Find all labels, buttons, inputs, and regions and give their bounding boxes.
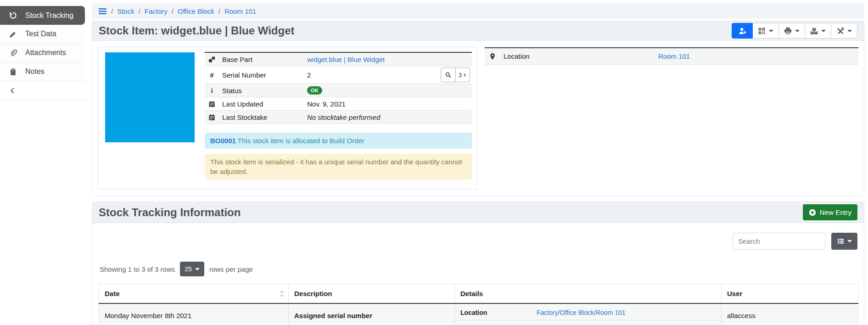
breadcrumb-link-factory[interactable]: Factory bbox=[145, 7, 168, 15]
hash-icon: # bbox=[208, 71, 215, 79]
sidebar-item-stock-tracking[interactable]: Stock Tracking bbox=[0, 6, 85, 25]
main-content: Stock Factory Office Block Room 101 Stoc… bbox=[92, 0, 864, 325]
detail-row-last-updated: Last Updated Nov. 9, 2021 bbox=[205, 97, 472, 111]
column-header-label: Details bbox=[460, 290, 483, 297]
table-row[interactable]: Monday November 8th 2021 Assigned serial… bbox=[99, 303, 858, 325]
stock-actions-button[interactable] bbox=[805, 23, 831, 39]
stock-tracking-title: Stock Tracking Information bbox=[99, 206, 241, 219]
status-badge: OK bbox=[307, 86, 322, 95]
column-header-label: User bbox=[727, 290, 742, 297]
breadcrumb-link-room-101[interactable]: Room 101 bbox=[224, 7, 256, 15]
stock-item-panel: Stock Item: widget.blue | Blue Widget bbox=[92, 21, 864, 196]
calendar-icon bbox=[208, 101, 215, 107]
detail-label: Last Stocktake bbox=[222, 113, 307, 121]
detail-row-last-stocktake: Last Stocktake No stocktake performed bbox=[205, 111, 472, 124]
sidebar: Stock Tracking Test Data Attachments Not… bbox=[0, 6, 85, 100]
search-icon bbox=[445, 72, 451, 78]
column-header-date[interactable]: Date bbox=[99, 284, 289, 304]
calendar-icon bbox=[208, 114, 215, 121]
new-entry-label: New Entry bbox=[820, 208, 851, 216]
stock-tracking-panel-body: Showing 1 to 3 of 3 rows 25 rows per pag… bbox=[92, 223, 864, 325]
next-serial-button[interactable]: 3 bbox=[456, 67, 470, 82]
stock-item-detail-card: Base Part widget.blue | Blue Widget # Se… bbox=[98, 47, 477, 190]
stock-item-toolbar bbox=[732, 23, 857, 39]
paperclip-icon bbox=[9, 49, 17, 57]
caret-down-icon bbox=[821, 30, 826, 32]
serialized-warning-text: This stock item is serialized - it has a… bbox=[210, 158, 462, 175]
stock-tracking-panel-header: Stock Tracking Information New Entry bbox=[92, 202, 864, 223]
user-shield-icon bbox=[739, 27, 746, 35]
sidebar-item-notes[interactable]: Notes bbox=[0, 62, 85, 81]
caret-down-icon bbox=[847, 30, 852, 32]
serialized-warning-alert: This stock item is serialized - it has a… bbox=[205, 154, 472, 179]
base-part-link[interactable]: widget.blue | Blue Widget bbox=[307, 56, 385, 63]
clipboard-icon bbox=[9, 68, 17, 76]
sidebar-item-label: Attachments bbox=[25, 49, 66, 57]
tracking-table-header-row: Date Description Details User bbox=[99, 284, 858, 304]
sidebar-item-label: Stock Tracking bbox=[25, 11, 73, 20]
table-columns-button[interactable] bbox=[831, 233, 857, 250]
serial-number-value: 2 bbox=[307, 71, 311, 79]
caret-down-icon bbox=[795, 30, 800, 32]
detail-label: Status bbox=[222, 87, 307, 95]
breadcrumb-separator bbox=[134, 7, 145, 15]
breadcrumb-separator bbox=[168, 7, 178, 15]
column-header-details: Details bbox=[455, 284, 722, 304]
sort-icon bbox=[280, 290, 284, 297]
boxes-icon bbox=[810, 27, 818, 35]
search-input[interactable] bbox=[733, 233, 825, 250]
next-serial-value: 3 bbox=[459, 72, 462, 78]
cell-user: allaccess bbox=[722, 303, 858, 325]
table-list-icon bbox=[837, 238, 844, 245]
build-order-link[interactable]: BO0001 bbox=[210, 137, 236, 145]
location-label: Location bbox=[504, 52, 530, 60]
user-permissions-button[interactable] bbox=[732, 23, 753, 39]
chevron-right-icon bbox=[463, 73, 467, 77]
find-serial-button[interactable] bbox=[441, 67, 456, 82]
sidebar-item-attachments[interactable]: Attachments bbox=[0, 44, 85, 62]
tracking-table: Date Description Details User bbox=[99, 284, 858, 325]
caret-down-icon bbox=[769, 30, 773, 32]
last-stocktake-value: No stocktake performed bbox=[307, 113, 380, 121]
column-header-user: User bbox=[722, 284, 858, 304]
stock-item-details-table: Base Part widget.blue | Blue Widget # Se… bbox=[205, 52, 472, 124]
chevron-left-icon bbox=[9, 87, 16, 94]
printer-icon bbox=[784, 27, 792, 35]
location-link[interactable]: Room 101 bbox=[658, 52, 690, 60]
breadcrumb-link-stock[interactable]: Stock bbox=[117, 7, 134, 15]
rows-per-page-label: rows per page bbox=[209, 265, 253, 273]
caret-down-icon bbox=[847, 240, 852, 242]
print-actions-button[interactable] bbox=[779, 23, 805, 39]
page-size-dropdown[interactable]: 25 bbox=[180, 262, 204, 276]
column-header-label: Date bbox=[105, 290, 120, 297]
stock-item-panel-body: Base Part widget.blue | Blue Widget # Se… bbox=[92, 41, 864, 196]
stock-item-settings-button[interactable] bbox=[831, 23, 857, 39]
stock-item-panel-header: Stock Item: widget.blue | Blue Widget bbox=[92, 21, 864, 41]
page-title: Stock Item: widget.blue | Blue Widget bbox=[99, 24, 295, 37]
tracking-location-link[interactable]: Factory/Office Block/Room 101 bbox=[537, 309, 625, 316]
breadcrumb-separator bbox=[107, 7, 117, 15]
info-icon: i bbox=[208, 87, 215, 95]
column-header-label: Description bbox=[294, 290, 332, 297]
sidebar-item-test-data[interactable]: Test Data bbox=[0, 25, 85, 44]
detail-row-serial-number: # Serial Number 2 3 bbox=[205, 66, 472, 84]
build-order-alert-text: This stock item is allocated to Build Or… bbox=[238, 137, 364, 145]
location-row: Location Room 101 bbox=[485, 48, 858, 65]
qrcode-icon bbox=[758, 27, 766, 35]
detail-label: Last Updated bbox=[222, 100, 307, 108]
location-table: Location Room 101 bbox=[485, 47, 858, 65]
sidebar-collapse-button[interactable] bbox=[0, 81, 85, 100]
barcode-actions-button[interactable] bbox=[753, 23, 779, 39]
detail-label: Base Part bbox=[222, 56, 307, 63]
caret-down-icon bbox=[195, 268, 200, 270]
column-header-description: Description bbox=[289, 284, 455, 304]
cell-details: Location Factory/Office Block/Room 101 bbox=[455, 303, 722, 325]
history-icon bbox=[9, 11, 17, 19]
shapes-icon bbox=[208, 56, 215, 63]
breadcrumb-link-office-block[interactable]: Office Block bbox=[178, 7, 214, 15]
new-entry-button[interactable]: New Entry bbox=[803, 204, 857, 220]
serial-navigation: 3 bbox=[441, 67, 470, 82]
hamburger-menu-icon[interactable] bbox=[98, 8, 107, 15]
part-thumbnail-image[interactable] bbox=[105, 52, 195, 142]
detail-row-base-part: Base Part widget.blue | Blue Widget bbox=[205, 53, 472, 66]
